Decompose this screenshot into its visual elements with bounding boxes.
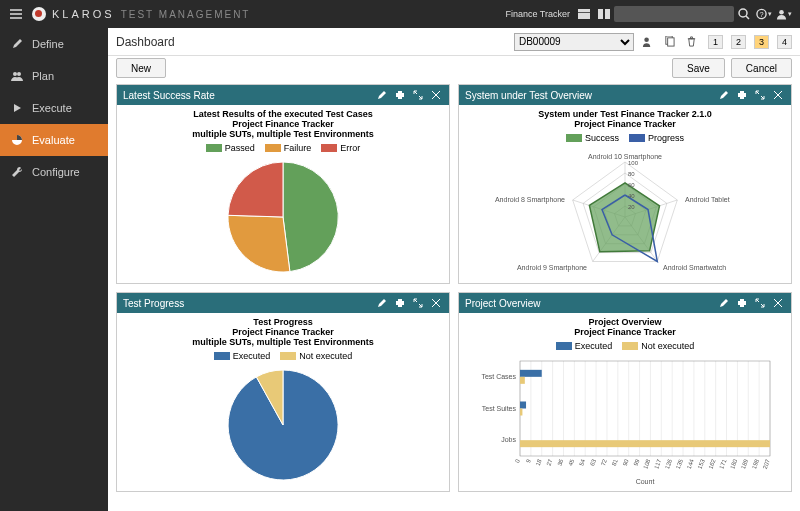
svg-text:153: 153 [697, 458, 706, 470]
svg-text:9: 9 [525, 458, 532, 464]
panel-title: System under Test Overview [465, 90, 592, 101]
wrench-icon [10, 165, 24, 179]
pie-legend: Executed Not executed [214, 351, 353, 361]
bar-legend: Executed Not executed [556, 341, 695, 351]
close-icon[interactable] [771, 88, 785, 102]
help-icon[interactable]: ?▾ [756, 6, 772, 22]
svg-text:135: 135 [675, 458, 684, 470]
chart-sub2: multiple SUTs, multiple Test Environment… [192, 337, 374, 347]
sidebar-item-label: Define [32, 38, 64, 50]
panel-title: Test Progress [123, 298, 184, 309]
edit-icon[interactable] [717, 88, 731, 102]
svg-rect-42 [398, 305, 402, 307]
svg-rect-12 [668, 38, 674, 46]
crumb-2[interactable]: 2 [731, 35, 746, 49]
chart-title: System under Test Finance Tracker 2.1.0 [538, 109, 711, 119]
svg-text:36: 36 [556, 458, 564, 467]
svg-rect-15 [398, 97, 402, 99]
svg-point-4 [739, 9, 747, 17]
crumb-3[interactable]: 3 [754, 35, 769, 49]
sidebar-item-label: Evaluate [32, 134, 75, 146]
chart-sub: Project Finance Tracker [574, 119, 676, 129]
svg-text:63: 63 [589, 458, 597, 467]
dashboard-select[interactable]: DB00009 [514, 33, 634, 51]
svg-text:45: 45 [567, 458, 575, 467]
expand-icon[interactable] [753, 88, 767, 102]
svg-rect-13 [396, 93, 404, 97]
expand-icon[interactable] [411, 88, 425, 102]
box-icon[interactable] [576, 6, 592, 22]
menu-icon[interactable] [8, 6, 24, 22]
svg-rect-40 [396, 301, 404, 305]
chart-sub: Project Finance Tracker [232, 327, 334, 337]
pie-chart [218, 157, 348, 277]
svg-text:99: 99 [633, 458, 641, 467]
edit-icon[interactable] [717, 296, 731, 310]
print-icon[interactable] [735, 296, 749, 310]
print-icon[interactable] [393, 296, 407, 310]
svg-rect-3 [605, 9, 610, 19]
edit-icon[interactable] [375, 296, 389, 310]
sidebar-item-define[interactable]: Define [0, 28, 108, 60]
svg-text:18: 18 [535, 458, 543, 467]
sidebar-item-execute[interactable]: Execute [0, 92, 108, 124]
edit-icon[interactable] [375, 88, 389, 102]
svg-point-9 [17, 72, 21, 76]
svg-rect-102 [520, 440, 770, 447]
panel-test-progress: Test Progress Test Progress Project Fina… [116, 292, 450, 492]
search-input[interactable] [614, 6, 734, 22]
svg-rect-18 [740, 97, 744, 99]
svg-text:144: 144 [686, 458, 695, 470]
trash-icon[interactable] [684, 34, 700, 50]
print-icon[interactable] [393, 88, 407, 102]
new-button[interactable]: New [116, 58, 166, 78]
panel-title: Latest Success Rate [123, 90, 215, 101]
svg-text:108: 108 [642, 458, 651, 470]
chart-sub: Project Finance Tracker [574, 327, 676, 337]
user-add-icon[interactable] [640, 34, 656, 50]
people-icon [10, 69, 24, 83]
svg-text:Android 9 Smartphone: Android 9 Smartphone [517, 264, 587, 272]
svg-text:?: ? [759, 10, 763, 19]
svg-text:72: 72 [600, 458, 608, 467]
search-icon[interactable] [736, 6, 752, 22]
svg-text:Android Tablet: Android Tablet [685, 196, 730, 203]
close-icon[interactable] [771, 296, 785, 310]
cards-icon[interactable] [596, 6, 612, 22]
close-icon[interactable] [429, 296, 443, 310]
sidebar-item-evaluate[interactable]: Evaluate [0, 124, 108, 156]
panel-project-overview: Project Overview Project Overview Projec… [458, 292, 792, 492]
cancel-button[interactable]: Cancel [731, 58, 792, 78]
expand-icon[interactable] [411, 296, 425, 310]
copy-icon[interactable] [662, 34, 678, 50]
svg-point-7 [779, 10, 784, 15]
svg-text:162: 162 [708, 458, 717, 470]
svg-text:27: 27 [546, 458, 554, 467]
chart-title: Project Overview [588, 317, 661, 327]
chart-title: Latest Results of the executed Test Case… [193, 109, 372, 119]
svg-text:Count: Count [636, 478, 655, 485]
svg-rect-41 [398, 299, 402, 301]
user-icon[interactable]: ▾ [776, 6, 792, 22]
close-icon[interactable] [429, 88, 443, 102]
svg-rect-0 [578, 9, 590, 19]
svg-text:Android 10 Smartphone: Android 10 Smartphone [588, 153, 662, 161]
svg-rect-16 [738, 93, 746, 97]
chart-title: Test Progress [253, 317, 312, 327]
crumb-4[interactable]: 4 [777, 35, 792, 49]
brand-suffix: TEST MANAGEMENT [121, 9, 251, 20]
expand-icon[interactable] [753, 296, 767, 310]
sidebar-item-plan[interactable]: Plan [0, 60, 108, 92]
svg-text:100: 100 [628, 160, 639, 166]
svg-text:171: 171 [718, 458, 727, 470]
print-icon[interactable] [735, 88, 749, 102]
svg-rect-1 [578, 12, 590, 13]
svg-text:198: 198 [751, 458, 760, 470]
radar-chart: Android 10 Smartphone Android Tablet And… [485, 147, 765, 279]
sidebar-item-configure[interactable]: Configure [0, 156, 108, 188]
radar-legend: Success Progress [566, 133, 684, 143]
svg-point-10 [645, 37, 650, 42]
svg-rect-44 [740, 299, 744, 301]
save-button[interactable]: Save [672, 58, 725, 78]
crumb-1[interactable]: 1 [708, 35, 723, 49]
